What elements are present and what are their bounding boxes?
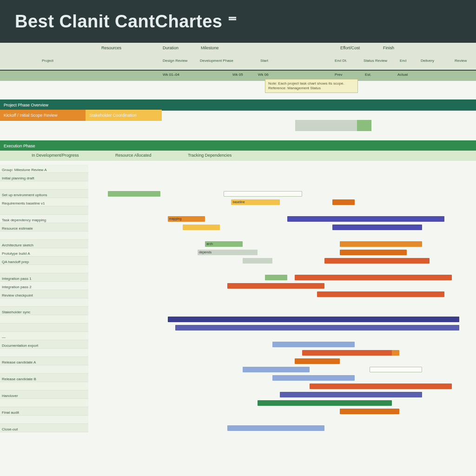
datecol-prev: Prev [335,73,342,77]
subcol-design-review[interactable]: Design Review [163,59,187,63]
column-header-major: ResourcesDurationMilestoneEffort/CostFin… [0,43,476,71]
gantt-bar[interactable] [295,275,452,280]
gantt-bar[interactable]: depends [198,250,258,255]
page-title: Best Clanit CantChartes ⁼ [15,11,237,32]
gantt-bar[interactable]: baseline [231,199,280,205]
legend-item-a: In Development/Progress [23,151,87,160]
chart-note-line1: Note: Each project task chart shows its … [268,81,355,86]
chart-note: Note: Each project task chart shows its … [265,79,358,93]
subcol-review[interactable]: Review [455,59,467,63]
datecol-est-: Est. [365,73,371,77]
app-header: Best Clanit CantChartes ⁼ [0,0,476,43]
gantt-bar[interactable] [332,199,355,205]
subcol-status-review[interactable]: Status Review [364,59,387,63]
gantt-bar[interactable] [302,350,392,356]
gantt-bar[interactable] [310,383,452,389]
legend-item-b: Resource Allocated [107,151,160,160]
gantt-bar[interactable] [370,367,422,372]
gantt-bar[interactable] [243,258,272,264]
datecol-wk-05: Wk 05 [232,73,243,77]
col-effort-cost[interactable]: Effort/Cost [340,46,360,50]
col-milestone[interactable]: Milestone [201,46,219,50]
gantt-bar[interactable]: mapping [168,216,205,222]
subcol-end[interactable]: End [400,59,406,63]
gantt-bar[interactable] [295,358,339,364]
gantt-bar[interactable] [317,291,444,297]
gantt-bar[interactable] [340,409,400,414]
gantt-bar[interactable] [272,342,355,347]
gantt-bar[interactable] [227,425,324,431]
gantt-bar[interactable] [340,250,407,255]
subcol-end-dt-[interactable]: End Dt. [335,59,347,63]
column-header-dates: Wk 01–04Wk 05Wk 06PrevEst.Actual [0,71,476,81]
chart-note-line2: Reference: Management Status [268,86,355,91]
phase-bar[interactable]: Stakeholder Coordination [86,110,162,121]
gantt-bar[interactable] [175,325,459,331]
gantt-bar[interactable] [243,367,310,372]
col-resources[interactable]: Resources [101,46,121,50]
gantt-bar[interactable] [265,275,287,280]
subcol-development-phase[interactable]: Development Phase [200,59,233,63]
subcol-project[interactable]: Project [42,59,53,63]
gantt-bar[interactable] [258,400,392,406]
gantt-bar[interactable] [324,258,429,264]
gantt-bar[interactable]: arch [205,241,242,247]
phase-bar[interactable]: Kickoff / Initial Scope Review [0,110,86,121]
gantt-bar[interactable] [168,317,459,322]
col-duration[interactable]: Duration [163,46,178,50]
col-finish[interactable]: Finish [383,46,394,50]
gantt-bar[interactable] [280,392,422,397]
subcol-start[interactable]: Start [260,59,268,63]
gantt-bar[interactable] [332,225,422,230]
phase-bar[interactable]: Execution Phase [0,140,476,152]
phase-bar[interactable] [295,120,357,131]
gantt-bar[interactable] [224,191,302,197]
gantt-bar[interactable] [108,191,160,197]
datecol-actual: Actual [397,73,408,77]
gantt-chart: Note: Each project task chart shows its … [0,81,476,476]
legend-item-c: Tracking Dependencies [179,151,240,160]
phase-bar[interactable]: Project Phase Overview [0,99,476,111]
gantt-bar[interactable] [227,283,324,289]
datecol-wk-01-04: Wk 01–04 [163,73,179,77]
subcol-delivery[interactable]: Delivery [421,59,434,63]
gantt-bar[interactable] [183,225,220,230]
gantt-bar[interactable] [272,375,355,381]
legend-row: In Development/Progress Resource Allocat… [0,151,476,161]
gantt-bar[interactable] [287,216,444,222]
gantt-bar[interactable] [340,241,422,247]
datecol-wk-06: Wk 06 [258,73,269,77]
gantt-bars-layer: baselinemappingarchdependscheckrelease [0,165,476,476]
